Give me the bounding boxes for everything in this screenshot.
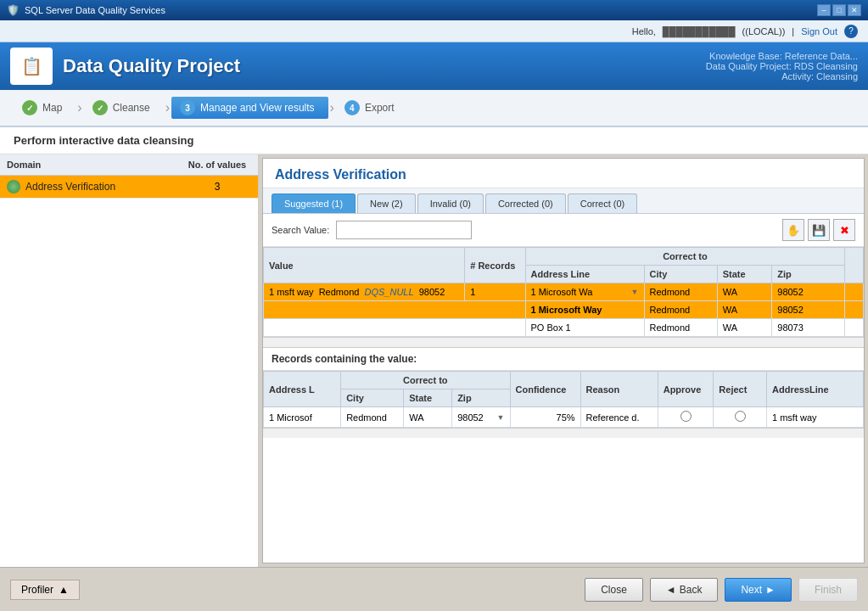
records-section: Records containing the value: Address L … (263, 347, 864, 438)
col-extra (845, 248, 864, 283)
breadcrumb-kb: Knowledge Base: Reference Data... (706, 51, 858, 61)
main-table-container: Value # Records Correct to Address Line … (263, 247, 864, 347)
back-button[interactable]: ◄ Back (650, 578, 719, 602)
option2-zip: 98073 (772, 319, 845, 337)
search-actions: ✋ 💾 ✖ (782, 219, 855, 241)
h-scrollbar[interactable] (263, 337, 864, 347)
profiler-label: Profiler (21, 584, 53, 596)
wizard-step-manage[interactable]: 3 Manage and View results (171, 97, 328, 119)
rec-cell-reason: Reference d. (580, 407, 658, 428)
wizard-arrow-2: › (165, 100, 170, 115)
cell-zip: 98052 (772, 283, 845, 301)
option2-state: WA (717, 319, 772, 337)
step-label-cleanse: Cleanse (113, 102, 150, 114)
rec-subcol-zip: Zip (452, 390, 510, 407)
cell-value: 1 msft way Redmond DQS_NULL 98052 (264, 283, 465, 301)
rec-cell-addresslinefull: 1 msft way (767, 407, 864, 428)
action-btn-2[interactable]: 💾 (808, 219, 830, 241)
option-empty2 (264, 319, 526, 337)
profiler-tab[interactable]: Profiler ▲ (10, 580, 80, 600)
step-icon-map: ✓ (22, 100, 37, 115)
step-label-export: Export (365, 102, 395, 114)
rec-cell-approve[interactable] (658, 407, 714, 428)
records-table: Address L Correct to Confidence Reason A… (263, 371, 864, 428)
records-h-scrollbar[interactable] (263, 428, 864, 438)
step-icon-cleanse: ✓ (92, 100, 108, 115)
rec-cell-confidence: 75% (510, 407, 580, 428)
help-icon[interactable]: ? (844, 25, 858, 38)
tab-corrected[interactable]: Corrected (0) (485, 193, 566, 213)
option-zip: 98052 (772, 301, 845, 319)
rec-col-address: Address L (264, 372, 341, 407)
tab-new[interactable]: New (2) (357, 193, 416, 213)
option-addressline: 1 Microsoft Way (525, 301, 644, 319)
next-button[interactable]: Next ► (725, 578, 792, 602)
back-label: Back (680, 584, 703, 596)
page-title: Perform interactive data cleansing (0, 127, 868, 154)
header-left: 📋 Data Quality Project (10, 48, 240, 85)
step-label-map: Map (42, 102, 62, 114)
sign-out-link[interactable]: Sign Out (801, 26, 837, 36)
main-content: Domain No. of values Address Verificatio… (0, 154, 868, 567)
search-bar: Search Value: ✋ 💾 ✖ (263, 214, 864, 247)
action-btn-1[interactable]: ✋ (782, 219, 804, 241)
col-correctto: Correct to (525, 248, 845, 266)
title-bar-controls[interactable]: – □ ✕ (817, 4, 861, 16)
step-label-manage: Manage and View results (200, 102, 315, 114)
cell-records: 1 (465, 283, 525, 301)
record-row[interactable]: 1 Microsof Redmond WA 98052 ▼ 75% Refere… (264, 407, 864, 428)
sidebar-item-address-verification[interactable]: Address Verification 3 (0, 176, 258, 199)
tab-invalid[interactable]: Invalid (0) (417, 193, 484, 213)
maximize-button[interactable]: □ (832, 4, 846, 16)
server-name: ((LOCAL)) (742, 26, 786, 36)
wizard-step-cleanse[interactable]: ✓ Cleanse (84, 97, 164, 119)
option2-city: Redmond (644, 319, 717, 337)
minimize-button[interactable]: – (817, 4, 831, 16)
wizard-step-map[interactable]: ✓ Map (14, 97, 76, 119)
step-icon-manage: 3 (180, 100, 195, 115)
hello-text: Hello, (632, 26, 656, 36)
rec-cell-address: 1 Microsof (264, 407, 341, 428)
rec-col-correctto: Correct to (341, 372, 510, 390)
table-row[interactable]: 1 msft way Redmond DQS_NULL 98052 1 1 Mi… (264, 283, 864, 301)
wizard-step-export[interactable]: 4 Export (336, 97, 408, 119)
reject-radio[interactable] (735, 411, 746, 422)
approve-radio[interactable] (680, 411, 692, 422)
search-label: Search Value: (272, 225, 329, 235)
sidebar-header: Domain No. of values (0, 154, 258, 176)
title-bar-left: 🛡️ SQL Server Data Quality Services (7, 4, 165, 16)
domain-icon (7, 180, 20, 193)
search-input[interactable] (336, 221, 472, 239)
main-table: Value # Records Correct to Address Line … (263, 247, 864, 337)
action-btn-3[interactable]: ✖ (833, 219, 855, 241)
right-panel: Address Verification Suggested (1) New (… (262, 158, 865, 563)
finish-button[interactable]: Finish (798, 578, 858, 602)
option-extra (845, 301, 864, 319)
cell-addressline: 1 Microsoft Wa ▼ (525, 283, 644, 301)
page-title-text: Perform interactive data cleansing (14, 134, 193, 147)
col-addressline: Address Line (525, 266, 644, 283)
sidebar-col1-header: Domain (7, 160, 183, 170)
tab-correct[interactable]: Correct (0) (568, 193, 638, 213)
profiler-icon: ▲ (59, 584, 69, 596)
dropdown-option-row[interactable]: 1 Microsoft Way Redmond WA 98052 (264, 301, 864, 319)
logo-icon: 📋 (21, 56, 42, 76)
dropdown-option-row[interactable]: PO Box 1 Redmond WA 98073 (264, 319, 864, 337)
app-icon: 🛡️ (7, 4, 20, 16)
rec-col-reason: Reason (580, 372, 658, 407)
rec-subcol-city: City (341, 390, 404, 407)
tab-suggested[interactable]: Suggested (1) (272, 193, 356, 213)
col-state: State (717, 266, 772, 283)
rec-cell-reject[interactable] (714, 407, 767, 428)
close-button[interactable]: Close (585, 578, 643, 602)
close-button[interactable]: ✕ (848, 4, 861, 16)
header-breadcrumb: Knowledge Base: Reference Data... Data Q… (706, 51, 858, 81)
cell-city: Redmond (644, 283, 717, 301)
option2-extra (845, 319, 864, 337)
wizard-bar: ✓ Map › ✓ Cleanse › 3 Manage and View re… (0, 90, 868, 127)
sidebar: Domain No. of values Address Verificatio… (0, 154, 259, 567)
dropdown-arrow[interactable]: ▼ (631, 288, 639, 296)
col-city: City (644, 266, 717, 283)
rec-zip-dropdown[interactable]: ▼ (497, 413, 505, 422)
title-bar: 🛡️ SQL Server Data Quality Services – □ … (0, 0, 868, 20)
